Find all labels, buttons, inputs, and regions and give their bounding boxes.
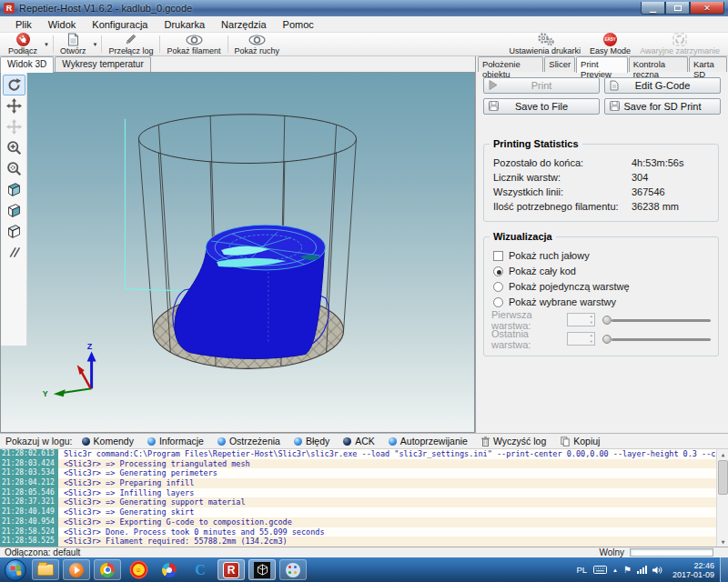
language-indicator[interactable]: PL — [576, 565, 587, 575]
front-view-button[interactable] — [3, 200, 25, 221]
clear-log-button[interactable]: Wyczyść log — [481, 436, 546, 447]
open-dropdown-arrow[interactable]: ▼ — [93, 42, 98, 47]
taskbar-sun-app[interactable]: ☺ — [125, 559, 152, 580]
show-travel-checkbox[interactable]: Pokaż ruch jałowy — [491, 248, 711, 264]
log-scrollbar[interactable]: ▲ ▼ — [716, 449, 728, 547]
log-message: <Slic3r> Filament required: 55788.2mm (1… — [58, 537, 288, 547]
log-filter-5[interactable]: Autoprzewijanie — [389, 436, 468, 447]
log-timestamp: 21:28:40.149 — [0, 507, 58, 517]
control-tab-3[interactable]: Kontrola ręczna — [629, 56, 688, 72]
network-icon[interactable] — [637, 566, 647, 574]
taskbar-chrome[interactable] — [94, 559, 121, 580]
save-to-file-button[interactable]: Save to File — [483, 98, 600, 115]
view-tab-0[interactable]: Widok 3D — [0, 56, 54, 73]
hidden-icons-arrow[interactable]: ▲ — [612, 567, 618, 573]
taskbar-explorer[interactable] — [32, 559, 59, 580]
scroll-down-arrow[interactable]: ▼ — [717, 537, 728, 547]
emergency-stop-button[interactable]: Awaryjne zatrzymanie — [635, 33, 724, 55]
stat-row-3: Ilość potrzebnego filamentu:36238 mm — [491, 199, 711, 214]
viz-radio-label: Pokaż cały kod — [509, 264, 576, 279]
connect-dropdown-arrow[interactable]: ▼ — [44, 42, 49, 47]
control-tab-0[interactable]: Położenie obiektu — [478, 56, 543, 72]
view-tab-1[interactable]: Wykresy temperatur — [55, 56, 150, 72]
taskbar-c-app[interactable]: C — [187, 559, 214, 580]
3d-viewport[interactable]: Y Z — [0, 72, 475, 433]
control-tab-2[interactable]: Print Preview — [576, 56, 628, 73]
rotate-view-button[interactable] — [3, 75, 25, 95]
stat-row-2: Wszystkich linii:367546 — [491, 185, 711, 199]
scroll-thumb[interactable] — [718, 460, 728, 495]
log-message: <Slic3r> => Generating skirt — [58, 507, 194, 517]
show-filament-button[interactable]: Pokaż filament — [162, 33, 225, 55]
maximize-button[interactable] — [665, 2, 690, 15]
last-layer-row: Ostatnia warstwa: — [491, 329, 711, 348]
zoom-fit-button[interactable] — [3, 158, 25, 179]
action-center-flag-icon[interactable]: ⚑ — [623, 565, 632, 575]
control-tab-4[interactable]: Karta SD — [689, 56, 727, 72]
menu-item-5[interactable]: Pomoc — [275, 17, 322, 32]
volume-icon[interactable] — [652, 566, 663, 575]
keyboard-icon[interactable] — [593, 566, 607, 574]
first-layer-slider[interactable] — [602, 315, 711, 326]
radio-icon[interactable] — [493, 266, 503, 276]
log-timestamp: 21:28:58.525 — [0, 537, 58, 547]
first-layer-row: Pierwsza warstwa: — [491, 310, 711, 329]
move-object-button[interactable] — [3, 116, 25, 137]
log-message: <Slic3r> => Generating perimeters — [58, 468, 217, 478]
menu-item-4[interactable]: Narzędzia — [213, 17, 275, 32]
log-filter-2[interactable]: Ostrzeżenia — [217, 436, 280, 447]
log-filter-4[interactable]: ACK — [343, 436, 375, 447]
save-for-sd-button[interactable]: Save for SD Print — [604, 98, 721, 115]
filter-label: Ostrzeżenia — [229, 436, 280, 447]
taskbar-repetier[interactable]: R — [217, 559, 245, 580]
menu-item-2[interactable]: Konfiguracja — [84, 17, 156, 32]
printer-settings-button[interactable]: Ustawienia drukarki — [505, 33, 586, 55]
last-layer-spinner[interactable] — [567, 332, 594, 346]
zoom-in-button[interactable] — [3, 137, 25, 158]
easy-mode-button[interactable]: EASY Easy Mode — [585, 33, 635, 55]
clock[interactable]: 22:46 2017-01-09 — [672, 561, 714, 579]
control-tab-1[interactable]: Slicer — [544, 56, 575, 72]
last-layer-slider[interactable] — [602, 334, 711, 345]
menu-item-3[interactable]: Drukarka — [156, 17, 213, 32]
viz-radio-1[interactable]: Pokaż pojedynczą warstwę — [491, 279, 711, 295]
z-axis-label: Z — [87, 342, 93, 351]
top-view-button[interactable] — [3, 221, 25, 242]
viz-radio-2[interactable]: Pokaż wybrane warstwy — [491, 295, 711, 310]
taskbar-media-player[interactable] — [63, 559, 90, 580]
checkbox-icon[interactable] — [493, 251, 503, 261]
minimize-button[interactable]: ▁ — [641, 2, 665, 15]
3d-scene: Y Z — [1, 73, 474, 432]
taskbar-paint-app[interactable] — [279, 559, 307, 580]
media-player-icon — [69, 563, 84, 577]
taskbar-swirl-app[interactable] — [156, 559, 183, 580]
edit-gcode-icon — [610, 80, 619, 93]
first-layer-spinner[interactable] — [567, 313, 594, 326]
start-button[interactable] — [5, 559, 26, 581]
show-travel-button[interactable]: Pokaż ruchy — [230, 33, 285, 55]
radio-icon[interactable] — [493, 297, 503, 307]
menu-item-1[interactable]: Widok — [40, 17, 85, 32]
print-button[interactable]: Print — [483, 77, 600, 94]
edit-gcode-button[interactable]: Edit G-Code — [604, 77, 721, 94]
log-filter-0[interactable]: Komendy — [82, 436, 134, 447]
isometric-view-button[interactable] — [3, 179, 25, 200]
log-filter-1[interactable]: Informacje — [147, 436, 204, 447]
scroll-up-arrow[interactable]: ▲ — [717, 449, 728, 459]
log-output[interactable]: 21:28:02.613Slic3r command:C:\Program Fi… — [0, 449, 728, 547]
viz-radio-0[interactable]: Pokaż cały kod — [491, 264, 711, 279]
menu-item-0[interactable]: Plik — [7, 17, 40, 32]
taskbar-cube-app[interactable] — [248, 559, 276, 580]
filter-label: ACK — [355, 436, 375, 447]
parallel-projection-button[interactable] — [3, 242, 25, 263]
radio-icon[interactable] — [493, 282, 503, 292]
toggle-log-button[interactable]: Przełącz log — [104, 33, 157, 55]
open-button[interactable]: Otwórz — [56, 33, 91, 55]
close-button[interactable]: ✕ — [690, 2, 724, 15]
move-view-button[interactable] — [3, 95, 25, 116]
copy-log-button[interactable]: Kopiuj — [561, 436, 600, 447]
log-filter-3[interactable]: Błędy — [294, 436, 329, 447]
show-desktop-button[interactable] — [720, 557, 728, 582]
connect-button[interactable]: Podłącz — [4, 33, 42, 55]
visualization-group: Wizualizacja Pokaż ruch jałowy Pokaż cał… — [483, 236, 719, 356]
